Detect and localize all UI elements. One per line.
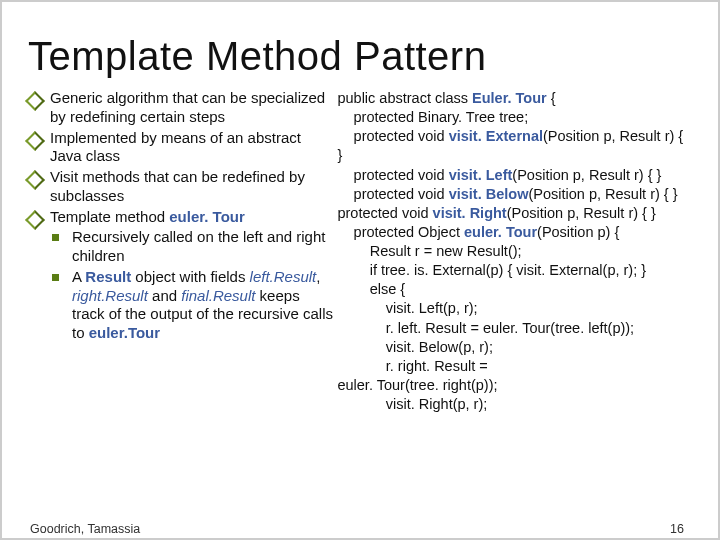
s2b: Result [85,268,131,285]
left-column: Generic algorithm that can be specialize… [28,89,333,538]
c3b: visit. External [449,128,543,144]
s2g: and [148,287,181,304]
bullet-3: Visit methods that can be redefined by s… [28,168,333,206]
slide-title: Template Method Pattern [28,34,692,79]
footer-authors: Goodrich, Tamassia [30,522,140,536]
code-line-11: r. left. Result = euler. Tour(tree. left… [337,319,692,338]
bullet-1-text: Generic algorithm that can be specialize… [50,89,325,125]
bullet-1: Generic algorithm that can be specialize… [28,89,333,127]
sub-bullet-1-text: Recursively called on the left and right… [72,228,325,264]
sub-bullet-list: Recursively called on the left and right… [50,228,333,343]
code-line-12: visit. Below(p, r); [337,338,692,357]
c1a: public abstract class [337,90,472,106]
code-line-9: else { [337,280,692,299]
c5b: visit. Below [449,186,529,202]
code-line-7: Result r = new Result(); [337,242,692,261]
code-line-14: euler. Tour(tree. right(p)); [337,376,692,395]
code-line-5: protected void visit. Below(Position p, … [337,185,692,223]
sub-bullet-1: Recursively called on the left and right… [50,228,333,266]
code-line-10: visit. Left(p, r); [337,299,692,318]
bullet-4: Template method euler. Tour Recursively … [28,208,333,343]
code-line-6: protected Object euler. Tour(Position p)… [337,223,692,242]
bullet-2-text: Implemented by means of an abstract Java… [50,129,301,165]
c6a: protected Object [337,224,464,240]
code-line-1: public abstract class Euler. Tour { [337,89,692,108]
right-column-code: public abstract class Euler. Tour { prot… [333,89,692,538]
code-line-13: r. right. Result = [337,357,692,376]
s2d: left.Result [250,268,317,285]
c3a: protected void [337,128,448,144]
page-number: 16 [670,522,684,536]
content-columns: Generic algorithm that can be specialize… [28,89,692,538]
c1c: { [547,90,556,106]
s2f: right.Result [72,287,148,304]
c4c: (Position p, Result r) { } [512,167,661,183]
bullet-2: Implemented by means of an abstract Java… [28,129,333,167]
bullet-list: Generic algorithm that can be specialize… [28,89,333,343]
code-line-4: protected void visit. Left(Position p, R… [337,166,692,185]
s2a: A [72,268,85,285]
code-line-3: protected void visit. External(Position … [337,127,692,165]
bullet-4-prefix: Template method [50,208,169,225]
s2h: final.Result [181,287,255,304]
code-line-15: visit. Right(p, r); [337,395,692,414]
code-line-2: protected Binary. Tree tree; [337,108,692,127]
code-line-8: if tree. is. External(p) { visit. Extern… [337,261,692,280]
c6c: (Position p) { [537,224,619,240]
s2c: object with fields [131,268,249,285]
c1b: Euler. Tour [472,90,547,106]
c5a: protected void [337,186,448,202]
sub-bullet-2: A Result object with fields left.Result,… [50,268,333,343]
c4b: visit. Left [449,167,513,183]
s2j: euler.Tour [89,324,160,341]
bullet-4-method: euler. Tour [169,208,245,225]
s2e: , [316,268,320,285]
bullet-3-text: Visit methods that can be redefined by s… [50,168,305,204]
c5d: visit. Right [433,205,507,221]
slide-frame: Template Method Pattern Generic algorith… [0,0,720,540]
c4a: protected void [337,167,448,183]
c5e: (Position p, Result r) { } [507,205,656,221]
c6b: euler. Tour [464,224,537,240]
